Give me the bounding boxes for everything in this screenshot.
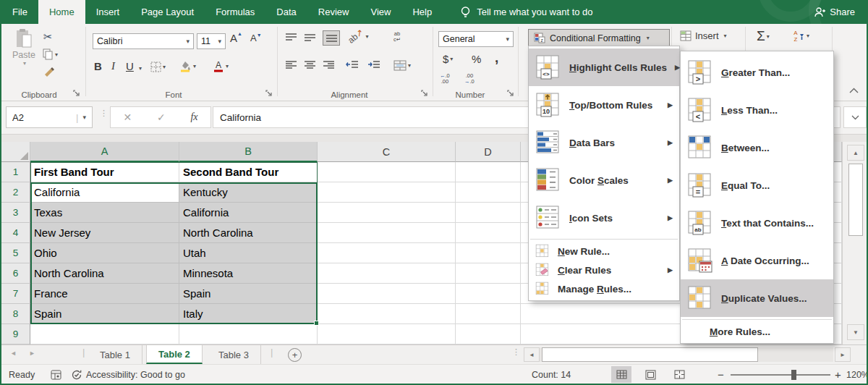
comma-style-button[interactable]: ,	[495, 50, 498, 66]
menu-item-less-than[interactable]: <Less Than...	[681, 91, 833, 129]
increase-indent-button[interactable]	[367, 60, 380, 70]
page-break-view-button[interactable]	[669, 366, 689, 383]
drag-handle-dots[interactable]: ⋮	[100, 111, 108, 115]
wrap-text-button[interactable]: abc↵	[393, 31, 401, 43]
insert-cells-button[interactable]: Insert ▾	[680, 30, 727, 41]
fill-color-button[interactable]: ▾	[179, 60, 196, 72]
ribbon-tab-page-layout[interactable]: Page Layout	[130, 0, 205, 24]
align-right-button[interactable]	[323, 60, 335, 70]
vertical-scroll-thumb[interactable]	[848, 164, 863, 236]
cell-A3[interactable]: Texas	[30, 203, 179, 223]
row-header-6[interactable]: 6	[1, 263, 30, 284]
clipboard-dialog-launcher[interactable]	[72, 89, 81, 98]
cell-C3[interactable]	[318, 203, 456, 223]
top-align-button[interactable]	[285, 33, 297, 43]
increase-decimal-button[interactable]: ←.0.00	[440, 73, 450, 85]
cell-B7[interactable]: Spain	[179, 284, 318, 304]
menu-item-new-rule[interactable]: New Rule...	[529, 242, 679, 261]
font-size-combo[interactable]: 11▾	[197, 33, 226, 49]
select-all-corner[interactable]	[1, 142, 30, 162]
column-header-c[interactable]: C	[318, 142, 456, 162]
cell-C7[interactable]	[318, 284, 456, 304]
align-left-button[interactable]	[285, 60, 297, 70]
cell-D3[interactable]	[456, 203, 521, 223]
cell-D1[interactable]	[456, 162, 521, 182]
menu-item-between[interactable]: Between...	[681, 129, 833, 166]
vertical-scrollbar[interactable]: ▲ ▼	[842, 142, 868, 344]
cell-D6[interactable]	[456, 263, 521, 284]
cell-C8[interactable]	[318, 304, 456, 324]
cell-A1[interactable]: First Band Tour	[30, 162, 179, 182]
cell-D9[interactable]	[456, 324, 521, 344]
menu-item-icon-sets[interactable]: Icon Sets▶	[529, 199, 679, 237]
autosum-button[interactable]: Σ▾	[757, 28, 770, 44]
cell-A9[interactable]	[30, 324, 179, 344]
row-header-9[interactable]: 9	[1, 324, 30, 344]
cell-D8[interactable]	[456, 304, 521, 324]
menu-item-data-bars[interactable]: Data Bars▶	[529, 124, 679, 161]
insert-function-icon[interactable]: fx	[190, 111, 197, 123]
page-layout-view-button[interactable]	[640, 366, 660, 383]
row-header-7[interactable]: 7	[1, 284, 30, 304]
zoom-in-button[interactable]: +	[835, 365, 841, 384]
scroll-down-button[interactable]: ▼	[847, 324, 864, 340]
column-header-a[interactable]: A	[30, 142, 179, 162]
ribbon-tab-file[interactable]: File	[1, 0, 38, 24]
menu-item-color-scales[interactable]: Color Scales▶	[529, 161, 679, 199]
menu-item-top-bottom-rules[interactable]: 10Top/Bottom Rules▶	[529, 86, 679, 124]
scroll-up-button[interactable]: ▲	[847, 145, 864, 161]
sheet-tab-table-2[interactable]: Table 2	[146, 345, 203, 364]
menu-item-more-rules[interactable]: More Rules...	[681, 322, 833, 341]
zoom-out-button[interactable]: −	[718, 365, 724, 384]
row-header-3[interactable]: 3	[1, 203, 30, 223]
cell-B3[interactable]: California	[179, 203, 318, 223]
horizontal-scroll-thumb[interactable]	[542, 347, 758, 362]
sheet-tab-table-3[interactable]: Table 3	[207, 345, 261, 364]
row-header-2[interactable]: 2	[1, 182, 30, 203]
cell-B9[interactable]	[179, 324, 318, 344]
font-color-button[interactable]: A ▾	[213, 60, 229, 72]
bottom-align-button[interactable]	[323, 30, 340, 46]
accessibility-status[interactable]: Accessibility: Good to go	[71, 365, 185, 384]
cell-B5[interactable]: Utah	[179, 243, 318, 263]
row-header-4[interactable]: 4	[1, 223, 30, 243]
cell-D7[interactable]	[456, 284, 521, 304]
cell-A2[interactable]: California	[30, 182, 179, 203]
cell-C5[interactable]	[318, 243, 456, 263]
ribbon-tab-insert[interactable]: Insert	[85, 0, 131, 24]
new-sheet-button[interactable]: +	[288, 348, 302, 362]
format-painter-button[interactable]	[43, 66, 55, 77]
cell-x59[interactable]	[521, 324, 687, 344]
underline-dropdown-arrow[interactable]: ▾	[139, 65, 142, 72]
ribbon-tab-review[interactable]: Review	[307, 0, 360, 24]
number-dialog-launcher[interactable]	[506, 89, 515, 98]
tell-me-box[interactable]: Tell me what you want to do	[460, 0, 592, 24]
enter-icon[interactable]: ✓	[157, 111, 166, 123]
cell-D2[interactable]	[456, 182, 521, 203]
ribbon-tab-help[interactable]: Help	[401, 0, 443, 24]
cut-button[interactable]: ✂	[43, 30, 53, 43]
column-header-b[interactable]: B	[179, 142, 318, 162]
cell-x58[interactable]	[521, 304, 687, 324]
orientation-button[interactable]: ab↗▾	[347, 31, 368, 41]
column-header-d[interactable]: D	[456, 142, 521, 162]
shrink-font-button[interactable]: A▼	[250, 33, 262, 43]
tab-scroll-right-icon[interactable]: ►	[29, 350, 35, 357]
decrease-decimal-button[interactable]: .00→.0	[464, 73, 475, 85]
cell-B6[interactable]: Minnesota	[179, 263, 318, 284]
hscroll-right-button[interactable]: ►	[835, 347, 851, 362]
cell-D4[interactable]	[456, 223, 521, 243]
name-box[interactable]: A2 |▾	[6, 106, 93, 128]
zoom-slider-track[interactable]	[731, 374, 830, 376]
cell-B1[interactable]: Second Band Tour	[179, 162, 318, 182]
cell-B2[interactable]: Kentucky	[179, 182, 318, 203]
decrease-indent-button[interactable]	[346, 60, 359, 70]
copy-button[interactable]: ▾	[43, 48, 58, 60]
cell-A8[interactable]: Spain	[30, 304, 179, 324]
cell-C4[interactable]	[318, 223, 456, 243]
share-button[interactable]: Share	[814, 0, 855, 24]
conditional-formatting-button[interactable]: z Conditional Formatting ▾	[528, 29, 670, 47]
cell-B4[interactable]: North Carolina	[179, 223, 318, 243]
row-header-1[interactable]: 1	[1, 162, 30, 182]
splitter-dots[interactable]: ⋮	[512, 350, 520, 354]
